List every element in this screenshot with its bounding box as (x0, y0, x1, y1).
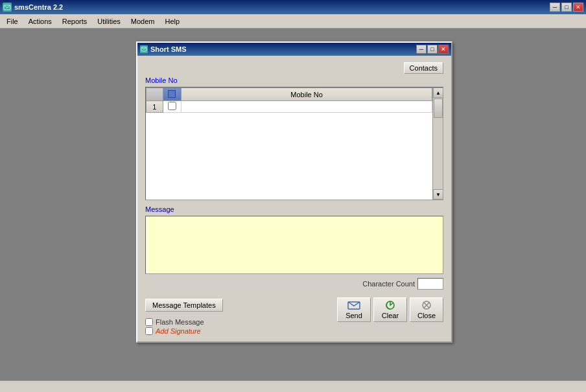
table-row: 1 (146, 101, 432, 113)
app-icon (3, 3, 12, 12)
scroll-up-arrow[interactable]: ▲ (433, 87, 443, 98)
action-buttons: Send Clear (337, 297, 443, 322)
add-signature-label: Add Signature (156, 327, 201, 335)
menu-utilities[interactable]: Utilities (92, 14, 125, 28)
message-label: Message (145, 205, 443, 213)
clear-icon (384, 300, 397, 310)
message-section: Message Character Count (145, 205, 443, 290)
clear-label: Clear (382, 312, 399, 319)
close-label: Close (417, 312, 436, 319)
add-signature-option: Add Signature (145, 327, 204, 335)
maximize-button[interactable]: □ (561, 3, 572, 12)
mobile-table: Mobile No 1 (146, 87, 432, 113)
checkbox-1[interactable] (168, 102, 176, 110)
scroll-track (433, 98, 443, 189)
dialog-title-bar: Short SMS ─ □ ✕ (137, 43, 451, 56)
mobile-no-header: Mobile No (182, 88, 432, 101)
menu-help[interactable]: Help (159, 14, 185, 28)
app-title: smsCentra 2.2 (14, 3, 63, 11)
send-button[interactable]: Send (337, 297, 371, 322)
message-textarea[interactable] (145, 216, 443, 274)
close-app-button[interactable]: ✕ (573, 3, 583, 12)
menu-modem[interactable]: Modem (126, 14, 160, 28)
check-header (163, 88, 181, 101)
dialog-title: Short SMS (150, 45, 187, 53)
menu-actions[interactable]: Actions (23, 14, 57, 28)
mobile-no-label: Mobile No (145, 76, 443, 84)
mobile-table-container: Mobile No 1 (145, 87, 443, 200)
message-templates-button[interactable]: Message Templates (145, 299, 223, 312)
menu-reports[interactable]: Reports (57, 14, 93, 28)
contacts-button[interactable]: Contacts (404, 62, 443, 74)
table-scrollbar[interactable]: ▲ ▼ (432, 87, 443, 200)
flash-message-option: Flash Message (145, 318, 204, 326)
mobile-number-1[interactable] (182, 101, 432, 113)
dialog-body: Contacts Mobile No Mobile No (137, 56, 451, 341)
dialog-minimize-button[interactable]: ─ (416, 45, 427, 54)
scroll-thumb[interactable] (434, 98, 443, 118)
flash-message-checkbox[interactable] (145, 318, 153, 326)
checkbox-options: Flash Message Add Signature (145, 318, 204, 335)
scroll-down-arrow[interactable]: ▼ (433, 189, 443, 200)
bottom-toolbar: Message Templates Flash Message Add Sign… (145, 295, 443, 335)
send-icon (347, 300, 360, 310)
add-signature-checkbox[interactable] (145, 327, 153, 335)
close-icon (420, 300, 433, 310)
clear-button[interactable]: Clear (373, 297, 407, 322)
main-area: Short SMS ─ □ ✕ Contacts Mobile No (0, 29, 586, 392)
row-num-header (146, 88, 163, 101)
row-number-1: 1 (146, 101, 163, 113)
char-count-input[interactable] (417, 278, 443, 290)
dialog-maximize-button[interactable]: □ (427, 45, 438, 54)
title-bar: smsCentra 2.2 ─ □ ✕ (0, 0, 586, 14)
status-bar (0, 380, 586, 392)
flash-message-label: Flash Message (156, 318, 204, 326)
menu-bar: File Actions Reports Utilities Modem Hel… (0, 14, 586, 29)
row-checkbox-1[interactable] (163, 101, 181, 113)
check-header-icon (168, 90, 176, 98)
short-sms-dialog: Short SMS ─ □ ✕ Contacts Mobile No (136, 41, 452, 343)
dialog-icon (140, 45, 148, 53)
send-label: Send (346, 312, 362, 319)
minimize-button[interactable]: ─ (550, 3, 560, 12)
dialog-close-button[interactable]: ✕ (438, 45, 449, 54)
mobile-number-input-1[interactable] (184, 103, 429, 111)
close-dialog-button[interactable]: Close (410, 297, 443, 322)
menu-file[interactable]: File (1, 14, 23, 28)
char-count-label: Character Count (362, 280, 415, 288)
